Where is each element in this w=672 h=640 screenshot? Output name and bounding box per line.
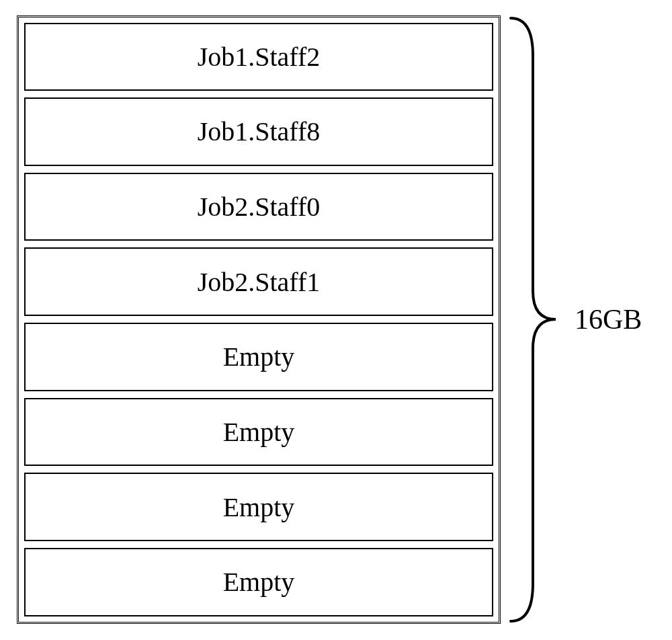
memory-slot: Empty (24, 473, 493, 541)
slot-label: Job2.Staff0 (198, 191, 321, 223)
memory-slot: Empty (24, 398, 493, 467)
memory-diagram: Job1.Staff2 Job1.Staff8 Job2.Staff0 Job2… (17, 10, 648, 629)
slot-label: Job1.Staff8 (198, 116, 321, 147)
slot-label: Empty (223, 416, 295, 448)
slot-label: Empty (223, 566, 295, 598)
memory-slot: Job2.Staff1 (24, 247, 493, 316)
memory-slot: Empty (24, 323, 493, 391)
total-size-label: 16GB (575, 303, 642, 335)
brace-icon (507, 15, 561, 624)
memory-slot: Job1.Staff2 (24, 23, 493, 91)
slot-label: Job1.Staff2 (198, 41, 321, 73)
slot-label: Empty (223, 491, 295, 523)
memory-slot: Job1.Staff8 (24, 97, 493, 166)
slot-label: Job2.Staff1 (198, 266, 321, 298)
memory-slot: Job2.Staff0 (24, 173, 493, 241)
memory-slot: Empty (24, 548, 493, 616)
memory-container: Job1.Staff2 Job1.Staff8 Job2.Staff0 Job2… (17, 15, 501, 624)
slot-label: Empty (223, 341, 295, 372)
